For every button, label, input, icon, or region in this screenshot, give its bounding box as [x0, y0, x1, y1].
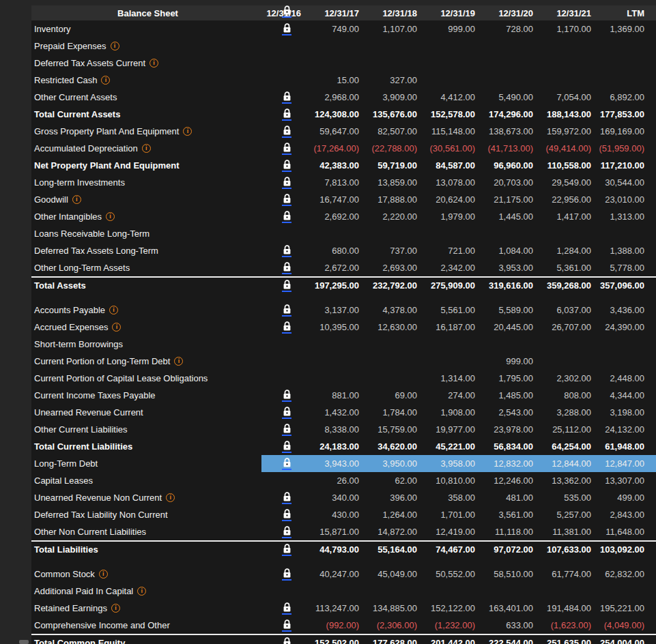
locked-value-cell[interactable]: [261, 106, 301, 123]
info-icon[interactable]: i: [111, 42, 119, 50]
table-row[interactable]: Common Stocki40,247.0045,049.0050,552.00…: [31, 566, 656, 583]
locked-value-cell[interactable]: [261, 617, 301, 634]
lock-icon[interactable]: [282, 321, 291, 334]
info-icon[interactable]: i: [149, 59, 158, 68]
locked-value-cell[interactable]: [261, 600, 301, 617]
lock-icon[interactable]: [282, 143, 291, 155]
column-header-12-31-21[interactable]: 12/31/21: [533, 5, 591, 20]
locked-value-cell[interactable]: [261, 123, 301, 140]
table-row[interactable]: Retained Earningsi113,247.00134,885.0015…: [31, 600, 656, 617]
table-row[interactable]: Current Income Taxes Payable881.0069.002…: [31, 387, 656, 404]
table-row[interactable]: Unearned Revenue Current1,432.001,784.00…: [31, 404, 656, 421]
table-row[interactable]: Other Long-Term Assets2,672.002,693.002,…: [31, 259, 656, 276]
table-row[interactable]: Deferred Tax Assets Currenti: [31, 55, 656, 72]
table-row[interactable]: Other Current Assets2,968.003,909.004,41…: [31, 89, 656, 106]
lock-icon[interactable]: [282, 280, 291, 292]
info-icon[interactable]: i: [111, 604, 120, 613]
locked-value-cell[interactable]: [261, 259, 301, 276]
info-icon[interactable]: i: [109, 306, 118, 314]
table-row[interactable]: Long-term Investments7,813.0013,859.0013…: [31, 174, 656, 191]
lock-icon[interactable]: [282, 544, 291, 556]
lock-icon[interactable]: [282, 526, 291, 538]
lock-icon[interactable]: [282, 390, 291, 402]
column-header-12-31-17[interactable]: 12/31/17: [301, 5, 359, 20]
locked-value-cell[interactable]: [261, 157, 301, 174]
locked-value-cell[interactable]: [261, 89, 301, 106]
column-header-12-31-20[interactable]: 12/31/20: [475, 5, 533, 20]
locked-value-cell[interactable]: [261, 387, 301, 404]
lock-icon[interactable]: [282, 194, 291, 206]
info-icon[interactable]: i: [183, 127, 192, 136]
locked-value-cell[interactable]: [261, 319, 301, 336]
table-row[interactable]: Total Liabilities44,793.0055,164.0074,46…: [31, 540, 656, 557]
locked-value-cell[interactable]: [261, 635, 301, 644]
table-row[interactable]: Loans Receivable Long-Term: [31, 225, 656, 242]
table-row[interactable]: Accounts Payablei3,137.004,378.005,561.0…: [31, 302, 656, 319]
table-row[interactable]: Current Portion of Capital Lease Obligat…: [31, 370, 656, 387]
table-row[interactable]: Current Portion of Long-Term Debti999.00: [31, 353, 656, 370]
locked-value-cell[interactable]: [261, 438, 301, 455]
table-row[interactable]: Restricted Cashi15.00327.00: [31, 72, 656, 89]
lock-icon[interactable]: [282, 108, 291, 121]
lock-icon[interactable]: [282, 177, 291, 189]
column-header-12-31-19[interactable]: 12/31/19: [417, 5, 475, 20]
lock-icon[interactable]: [282, 568, 291, 581]
lock-icon[interactable]: [282, 160, 291, 172]
table-row[interactable]: Prepaid Expensesi: [31, 38, 656, 55]
lock-icon[interactable]: [282, 304, 291, 317]
table-row[interactable]: Additional Paid In Capitali: [31, 583, 656, 600]
lock-icon[interactable]: [282, 126, 291, 138]
lock-icon[interactable]: [282, 91, 291, 104]
table-row[interactable]: Deferred Tax Assets Long-Term680.00737.0…: [31, 242, 656, 259]
info-icon[interactable]: i: [166, 493, 175, 502]
locked-value-cell[interactable]: [261, 208, 301, 225]
table-row[interactable]: Goodwilli16,747.0017,888.0020,624.0021,1…: [31, 191, 656, 208]
table-row[interactable]: Capital Leases26.0062.0010,810.0012,246.…: [31, 472, 656, 489]
lock-icon[interactable]: [282, 262, 291, 274]
locked-value-cell[interactable]: [261, 140, 301, 157]
info-icon[interactable]: i: [101, 76, 110, 85]
info-icon[interactable]: i: [99, 570, 108, 579]
table-row[interactable]: Total Current Assets124,308.00135,676.00…: [31, 106, 656, 123]
locked-value-cell[interactable]: [261, 242, 301, 259]
lock-icon[interactable]: [282, 245, 291, 257]
locked-value-cell[interactable]: [261, 404, 301, 421]
table-row[interactable]: Total Assets197,295.00232,792.00275,909.…: [31, 276, 656, 293]
table-row[interactable]: Comprehensive Income and Other(992.00)(2…: [31, 617, 656, 634]
lock-icon[interactable]: [282, 211, 291, 223]
locked-value-cell[interactable]: [261, 191, 301, 208]
table-row[interactable]: Unearned Revenue Non Currenti340.00396.0…: [31, 489, 656, 506]
table-row[interactable]: Gross Property Plant And Equipmenti59,64…: [31, 123, 656, 140]
lock-icon[interactable]: [282, 602, 291, 615]
locked-value-cell[interactable]: [261, 278, 301, 293]
table-row[interactable]: Other Current Liabilities8,338.0015,759.…: [31, 421, 656, 438]
table-row[interactable]: Total Common Equity152,502.00177,628.002…: [31, 634, 656, 644]
lock-icon[interactable]: [282, 458, 291, 470]
lock-icon[interactable]: [282, 23, 291, 35]
locked-value-cell[interactable]: [261, 542, 301, 557]
info-icon[interactable]: i: [106, 212, 115, 221]
table-row[interactable]: Net Property Plant And Equipment42,383.0…: [31, 157, 656, 174]
column-header-ltm[interactable]: LTM: [591, 5, 656, 20]
lock-icon[interactable]: [282, 492, 291, 504]
lock-icon[interactable]: [282, 5, 291, 18]
locked-value-cell[interactable]: [261, 566, 301, 583]
lock-icon[interactable]: [282, 509, 291, 521]
locked-value-cell[interactable]: [261, 489, 301, 506]
table-row[interactable]: Inventory749.001,107.00999.00728.001,170…: [31, 20, 656, 38]
table-row[interactable]: Deferred Tax Liability Non Current430.00…: [31, 506, 656, 523]
lock-icon[interactable]: [282, 619, 291, 632]
locked-value-cell[interactable]: [261, 20, 301, 38]
table-row[interactable]: Short-term Borrowings: [31, 336, 656, 353]
locked-value-cell[interactable]: [261, 302, 301, 319]
table-row[interactable]: Other Intangiblesi2,692.002,220.001,979.…: [31, 208, 656, 225]
info-icon[interactable]: i: [72, 195, 81, 204]
locked-value-cell[interactable]: [261, 421, 301, 438]
info-icon[interactable]: i: [137, 587, 146, 596]
lock-icon[interactable]: [282, 441, 291, 453]
lock-icon[interactable]: [282, 424, 291, 436]
table-row[interactable]: Total Current Liabilities24,183.0034,620…: [31, 438, 656, 455]
table-row[interactable]: Long-Term Debt3,943.003,950.003,958.0012…: [31, 455, 656, 472]
locked-value-cell[interactable]: [261, 523, 301, 540]
column-header-12-31-16[interactable]: 12/31/16: [261, 5, 301, 20]
